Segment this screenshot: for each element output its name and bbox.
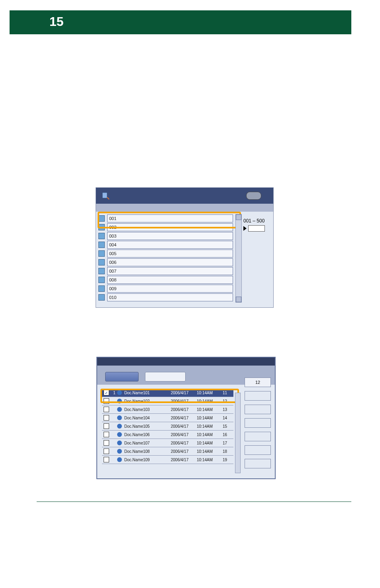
page-range: 001 – 500 <box>243 218 264 224</box>
row-checkbox[interactable] <box>104 448 109 454</box>
side-button[interactable] <box>245 391 271 401</box>
toolbar-button-a[interactable] <box>105 372 139 382</box>
address-book-icon <box>102 192 110 200</box>
window-titlebar <box>97 358 275 366</box>
doc-icon <box>117 457 122 462</box>
address-cell[interactable]: 001 <box>107 214 233 222</box>
contact-icon <box>98 277 105 283</box>
doc-name: Doc.Name107 <box>124 441 166 445</box>
address-cell[interactable]: 008 <box>107 276 233 284</box>
doc-time: 10:14AM <box>194 399 216 403</box>
scroll-up-icon[interactable] <box>236 214 241 220</box>
doc-date: 2006/4/17 <box>166 416 194 420</box>
scrollbar-vertical[interactable] <box>235 214 242 303</box>
row-checkbox[interactable] <box>104 432 109 437</box>
document-row[interactable]: Doc.Name104 2006/4/17 10:14AM 14 <box>102 414 233 422</box>
document-row[interactable]: Doc.Name109 2006/4/17 10:14AM 19 <box>102 456 233 464</box>
address-row[interactable]: 006 <box>98 258 233 267</box>
page-indicator: 001 – 500 <box>243 218 265 232</box>
doc-size: 11 <box>216 391 229 395</box>
address-cell[interactable]: 006 <box>107 258 233 266</box>
doc-size: 14 <box>216 416 229 420</box>
contact-icon <box>98 285 105 292</box>
address-row[interactable]: 002 <box>98 223 233 232</box>
address-cell[interactable]: 002 <box>107 223 233 231</box>
doc-name: Doc.Name109 <box>124 458 166 462</box>
address-cell[interactable]: 010 <box>107 293 233 301</box>
side-button[interactable] <box>245 405 271 414</box>
row-checkbox[interactable] <box>104 390 109 395</box>
address-row[interactable]: 005 <box>98 249 233 258</box>
address-row[interactable]: 009 <box>98 284 233 293</box>
play-icon[interactable] <box>243 226 247 231</box>
side-button[interactable] <box>245 432 271 441</box>
doc-time: 10:14AM <box>194 407 216 412</box>
address-cell[interactable]: 005 <box>107 250 233 258</box>
row-checkbox[interactable] <box>104 407 109 412</box>
doc-name: Doc.Name103 <box>124 407 166 412</box>
address-row[interactable]: 008 <box>98 275 233 284</box>
panel-subheader <box>96 204 273 212</box>
doc-size: 15 <box>216 424 229 429</box>
doc-name: Doc.Name101 <box>124 391 166 395</box>
address-cell[interactable]: 007 <box>107 267 233 275</box>
doc-icon <box>117 390 122 395</box>
document-row[interactable]: Doc.Name105 2006/4/17 10:14AM 15 <box>102 422 233 431</box>
address-cell[interactable]: 009 <box>107 285 233 293</box>
document-row[interactable]: Doc.Name107 2006/4/17 10:14AM 17 <box>102 439 233 447</box>
address-row[interactable]: 001 <box>98 214 233 223</box>
side-button[interactable] <box>245 459 271 468</box>
address-list: 001 002 003 004 005 006 007 008 009 010 <box>98 214 233 302</box>
doc-name: Doc.Name104 <box>124 416 166 420</box>
address-row[interactable]: 004 <box>98 240 233 249</box>
doc-time: 10:14AM <box>194 433 216 437</box>
document-row[interactable]: Doc.Name103 2006/4/17 10:14AM 13 <box>102 405 233 414</box>
address-row[interactable]: 010 <box>98 293 233 302</box>
doc-size: 19 <box>216 458 229 462</box>
doc-time: 10:14AM <box>194 391 216 395</box>
doc-date: 2006/4/17 <box>166 449 194 454</box>
row-checkbox[interactable] <box>104 440 109 446</box>
keyboard-icon[interactable] <box>246 192 261 200</box>
doc-name: Doc.Name102 <box>124 399 166 403</box>
document-row-selected[interactable]: 1 Doc.Name101 2006/4/17 10:14AM 11 <box>102 389 233 397</box>
page-input[interactable] <box>248 225 265 232</box>
document-row[interactable]: Doc.Name102 2006/4/17 10:14AM 12 <box>102 397 233 405</box>
document-row[interactable]: Doc.Name108 2006/4/17 10:14AM 18 <box>102 447 233 456</box>
doc-icon <box>117 399 122 403</box>
panel-header <box>96 188 273 204</box>
row-checkbox[interactable] <box>104 415 109 421</box>
row-checkbox[interactable] <box>104 423 109 429</box>
document-row[interactable]: Doc.Name106 2006/4/17 10:14AM 16 <box>102 431 233 439</box>
address-cell[interactable]: 004 <box>107 241 233 249</box>
doc-time: 10:14AM <box>194 424 216 429</box>
scrollbar-vertical[interactable] <box>235 393 241 473</box>
chapter-number: 15 <box>49 14 64 29</box>
footer-rule <box>37 501 351 502</box>
doc-size: 16 <box>216 433 229 437</box>
search-input[interactable] <box>145 372 186 382</box>
doc-time: 10:14AM <box>194 449 216 454</box>
doc-name: Doc.Name106 <box>124 433 166 437</box>
address-row[interactable]: 003 <box>98 232 233 240</box>
doc-icon <box>117 432 122 437</box>
address-cell[interactable]: 003 <box>107 232 233 240</box>
doc-icon <box>117 407 122 412</box>
doc-icon <box>117 424 122 429</box>
row-checkbox[interactable] <box>104 457 109 462</box>
contact-icon <box>98 215 105 222</box>
document-list: 1 Doc.Name101 2006/4/17 10:14AM 11 Doc.N… <box>102 389 233 464</box>
contact-icon <box>98 250 105 257</box>
address-book-screenshot: 001 002 003 004 005 006 007 008 009 010 … <box>96 187 274 308</box>
svg-rect-0 <box>102 193 107 198</box>
doc-date: 2006/4/17 <box>166 424 194 429</box>
doc-icon <box>117 449 122 454</box>
contact-icon <box>98 242 105 248</box>
side-button[interactable] <box>245 418 271 428</box>
side-button[interactable] <box>245 445 271 455</box>
doc-time: 10:14AM <box>194 441 216 445</box>
doc-size: 18 <box>216 449 229 454</box>
scroll-down-icon[interactable] <box>236 297 241 302</box>
row-checkbox[interactable] <box>104 398 109 404</box>
address-row[interactable]: 007 <box>98 267 233 275</box>
